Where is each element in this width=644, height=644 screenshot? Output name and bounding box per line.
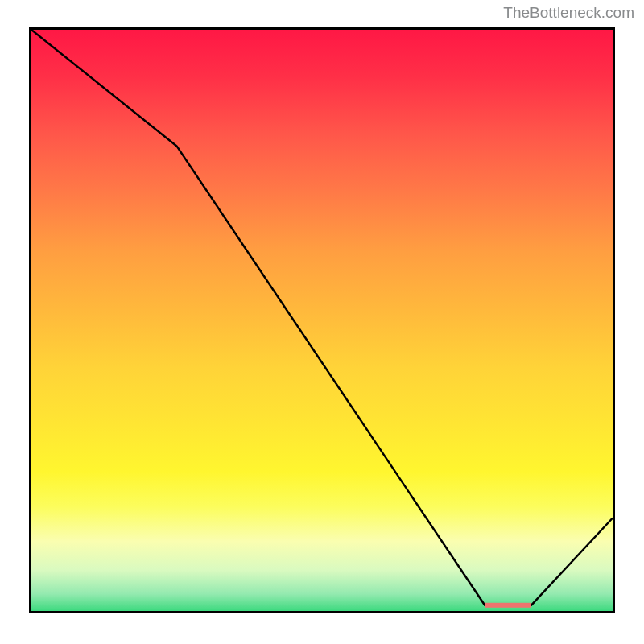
watermark-text: TheBottleneck.com <box>503 4 634 22</box>
optimal-range-marker <box>485 603 531 608</box>
bottleneck-curve-line <box>31 30 613 605</box>
chart-svg <box>31 30 613 611</box>
chart-plot-area <box>29 27 615 613</box>
